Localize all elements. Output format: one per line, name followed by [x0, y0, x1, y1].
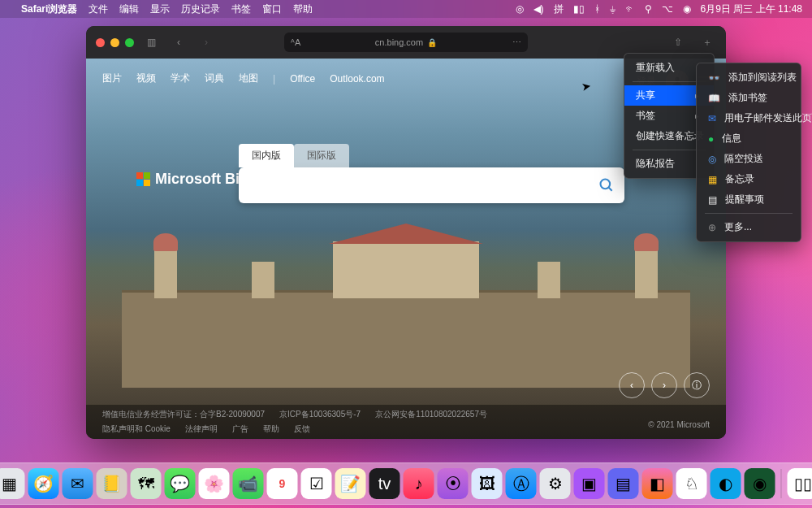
- microsoft-logo-icon: [136, 172, 150, 186]
- control-center-icon[interactable]: ⌥: [662, 3, 673, 15]
- dock-music[interactable]: ♪: [404, 468, 434, 499]
- maximize-button[interactable]: [125, 38, 134, 47]
- image-info-button[interactable]: ⓘ: [684, 372, 710, 398]
- share-reminders[interactable]: ▤提醒事项: [697, 189, 801, 210]
- share-button[interactable]: ⇧: [667, 33, 689, 51]
- siri-icon[interactable]: ◉: [683, 3, 691, 15]
- footer-ads[interactable]: 广告: [232, 423, 248, 435]
- dock-notes[interactable]: 📝: [335, 468, 366, 499]
- nav-maps[interactable]: 地图: [239, 72, 258, 85]
- menu-file[interactable]: 文件: [89, 2, 108, 16]
- tab-international[interactable]: 国际版: [294, 144, 349, 167]
- share-notes[interactable]: ▦备忘录: [697, 169, 801, 189]
- prev-image-button[interactable]: ‹: [619, 372, 645, 398]
- mail-icon: ✉︎: [708, 113, 716, 124]
- menu-view[interactable]: 显示: [150, 2, 170, 16]
- share-messages[interactable]: ●信息: [697, 128, 801, 149]
- footer-license[interactable]: 增值电信业务经营许可证：合字B2-20090007: [102, 409, 265, 420]
- sidebar-toggle-button[interactable]: ▥: [140, 33, 162, 51]
- nav-outlook[interactable]: Outlook.com: [330, 73, 384, 85]
- footer-legal[interactable]: 法律声明: [185, 423, 218, 435]
- tab-domestic[interactable]: 国内版: [239, 144, 294, 167]
- dock-downloads[interactable]: ▯▯: [788, 468, 813, 499]
- menu-window[interactable]: 窗口: [262, 2, 282, 16]
- site-settings-icon[interactable]: ᴬA: [291, 37, 300, 48]
- more-icon: ⊕: [708, 222, 716, 233]
- cursor-icon: ➤: [581, 79, 593, 93]
- dock-tv[interactable]: tv: [369, 468, 400, 499]
- share-addbookmark[interactable]: 📖添加书签: [697, 88, 801, 108]
- nav-office[interactable]: Office: [290, 73, 315, 85]
- touchid-icon[interactable]: ◎: [516, 3, 524, 15]
- dock-photos[interactable]: 🌸: [199, 468, 230, 499]
- app-name[interactable]: Safari浏览器: [21, 2, 77, 16]
- next-image-button[interactable]: ›: [651, 372, 677, 398]
- nav-academic[interactable]: 学术: [171, 72, 190, 85]
- dock-app5[interactable]: ◉: [745, 468, 775, 499]
- nav-video[interactable]: 视频: [136, 72, 156, 85]
- share-more[interactable]: ⊕更多...: [697, 217, 801, 237]
- close-button[interactable]: [96, 38, 105, 47]
- dock-app1[interactable]: ▣: [574, 468, 605, 499]
- search-icon[interactable]: [598, 177, 615, 193]
- dock-safari[interactable]: 🧭: [28, 468, 59, 499]
- dock-shortcuts[interactable]: ◧: [642, 468, 673, 499]
- notes-icon: ▦: [708, 174, 717, 185]
- ctx-divider: [705, 213, 793, 214]
- dock-preview[interactable]: 🖼: [472, 468, 503, 499]
- dock-mail[interactable]: ✉︎: [63, 468, 93, 499]
- footer-privacy[interactable]: 隐私声明和 Cookie: [102, 423, 171, 435]
- wifi-icon[interactable]: ᯤ: [625, 3, 635, 15]
- dock-reminders[interactable]: ☑︎: [301, 468, 332, 499]
- dock-app2[interactable]: ▤: [608, 468, 639, 499]
- address-bar[interactable]: ᴬA cn.bing.com 🔒 ⋯: [284, 33, 528, 52]
- airdrop-icon: ◎: [708, 154, 716, 165]
- glasses-icon: 👓: [708, 72, 720, 84]
- minimize-button[interactable]: [110, 38, 119, 47]
- macos-menubar: Safari浏览器 文件 编辑 显示 历史记录 书签 窗口 帮助 ◎ ◀︎) 拼…: [0, 0, 812, 18]
- battery-icon[interactable]: ▮▯: [573, 3, 585, 15]
- svg-point-1: [601, 180, 611, 189]
- footer-icp[interactable]: 京ICP备10036305号-7: [279, 409, 361, 420]
- dock-podcasts[interactable]: ⦿: [438, 468, 469, 499]
- input-source-icon[interactable]: 拼: [554, 2, 564, 16]
- dock-facetime[interactable]: 📹: [233, 468, 264, 499]
- share-email[interactable]: ✉︎用电子邮件发送此页面: [697, 108, 801, 128]
- url-text: cn.bing.com: [375, 37, 423, 47]
- back-button[interactable]: ‹: [168, 33, 189, 51]
- nav-images[interactable]: 图片: [102, 72, 122, 85]
- dock-app4[interactable]: ◐: [710, 468, 741, 499]
- footer-help[interactable]: 帮助: [263, 423, 279, 435]
- lock-icon: 🔒: [427, 38, 437, 47]
- menu-bookmarks[interactable]: 书签: [231, 2, 251, 16]
- dock: 🙂 ▦ 🧭 ✉︎ 📒 🗺 💬 🌸 📹 9 ☑︎ 📝 tv ♪ ⦿ 🖼 Ⓐ ⚙︎ …: [0, 462, 812, 505]
- menu-edit[interactable]: 编辑: [119, 2, 139, 16]
- nav-dict[interactable]: 词典: [205, 72, 224, 85]
- forward-button[interactable]: ›: [196, 33, 217, 51]
- dock-launchpad[interactable]: ▦: [0, 468, 25, 499]
- ctx-divider: [633, 150, 706, 150]
- dock-appstore[interactable]: Ⓐ: [506, 468, 537, 499]
- hero-image: [122, 209, 690, 404]
- new-tab-button[interactable]: ＋: [697, 33, 718, 51]
- menu-history[interactable]: 历史记录: [181, 2, 220, 16]
- datetime[interactable]: 6月9日 周三 上午 11:48: [701, 2, 802, 16]
- footer-feedback[interactable]: 反馈: [294, 423, 310, 435]
- screenshare-icon[interactable]: ⏚: [610, 3, 615, 15]
- traffic-lights: [96, 38, 134, 47]
- bluetooth-icon[interactable]: ᚼ: [594, 3, 600, 15]
- dock-settings[interactable]: ⚙︎: [540, 468, 571, 499]
- reload-icon[interactable]: ⋯: [512, 37, 521, 48]
- volume-icon[interactable]: ◀︎): [533, 3, 544, 15]
- dock-app3[interactable]: ♘: [676, 468, 707, 499]
- footer-police[interactable]: 京公网安备11010802022657号: [375, 409, 487, 420]
- search-input[interactable]: [248, 179, 598, 192]
- menu-help[interactable]: 帮助: [293, 2, 313, 16]
- dock-calendar[interactable]: 9: [267, 468, 298, 499]
- share-airdrop[interactable]: ◎隔空投送: [697, 149, 801, 169]
- dock-messages[interactable]: 💬: [165, 468, 196, 499]
- dock-maps[interactable]: 🗺: [131, 468, 162, 499]
- dock-contacts[interactable]: 📒: [97, 468, 127, 499]
- share-readlist[interactable]: 👓添加到阅读列表: [697, 67, 801, 88]
- spotlight-icon[interactable]: ⚲: [645, 3, 652, 15]
